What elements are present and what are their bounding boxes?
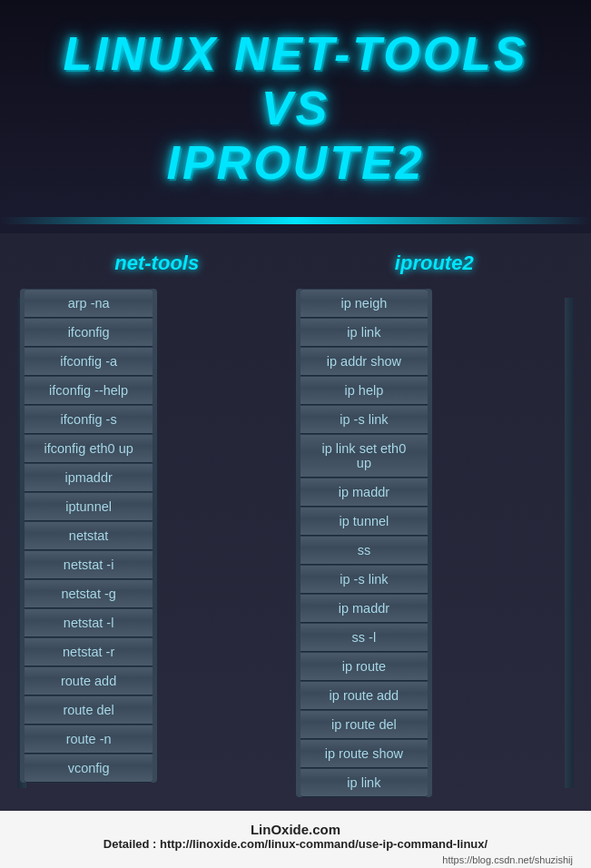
- left-cell-6: ipmaddr: [25, 463, 153, 492]
- right-cell-7: ip tunnel: [300, 507, 428, 536]
- left-cell-3: ifconfig --help: [25, 376, 153, 405]
- right-cell-8: ss: [300, 536, 428, 565]
- right-column-wrapper: ip neighip linkip addr showip helpip -s …: [300, 289, 566, 797]
- left-column: arp -naifconfigifconfig -aifconfig --hel…: [25, 289, 153, 783]
- right-cell-1: ip link: [300, 318, 428, 347]
- right-cell-5: ip link set eth0 up: [300, 434, 428, 478]
- divider-bar: [0, 217, 591, 224]
- left-cell-10: netstat -g: [25, 579, 153, 608]
- left-cell-15: route -n: [25, 725, 153, 754]
- right-cell-10: ip maddr: [300, 594, 428, 623]
- left-cell-0: arp -na: [25, 289, 153, 318]
- left-cell-4: ifconfig -s: [25, 405, 153, 434]
- left-cell-2: ifconfig -a: [25, 347, 153, 376]
- column-headers: net-tools iproute2: [18, 252, 573, 275]
- right-cell-0: ip neigh: [300, 289, 428, 318]
- left-cell-13: route add: [25, 666, 153, 695]
- footer-site: LinOxide.com: [18, 822, 573, 837]
- footer: LinOxide.com Detailed : http://linoxide.…: [0, 811, 591, 868]
- right-cell-13: ip route add: [300, 681, 428, 710]
- left-cell-1: ifconfig: [25, 318, 153, 347]
- content-section: net-tools iproute2 arp -naifconfigifconf…: [0, 233, 591, 811]
- left-column-wrapper: arp -naifconfigifconfig -aifconfig --hel…: [25, 289, 291, 797]
- left-column-header: net-tools: [32, 252, 281, 275]
- left-cell-12: netstat -r: [25, 637, 153, 666]
- right-column: ip neighip linkip addr showip helpip -s …: [300, 289, 428, 797]
- header: LINUX NET-TOOLS VS IPROUTE2: [0, 0, 591, 208]
- right-cell-9: ip -s link: [300, 565, 428, 594]
- right-cell-4: ip -s link: [300, 405, 428, 434]
- main-title: LINUX NET-TOOLS VS IPROUTE2: [18, 27, 573, 190]
- left-cell-7: iptunnel: [25, 492, 153, 521]
- right-cell-14: ip route del: [300, 710, 428, 739]
- right-cell-15: ip route show: [300, 739, 428, 768]
- right-column-header: iproute2: [310, 252, 559, 275]
- right-cell-3: ip help: [300, 376, 428, 405]
- left-cell-9: netstat -i: [25, 550, 153, 579]
- right-cell-2: ip addr show: [300, 347, 428, 376]
- footer-detail: Detailed : http://linoxide.com/linux-com…: [18, 837, 573, 851]
- right-cell-11: ss -l: [300, 623, 428, 652]
- footer-source: https://blog.csdn.net/shuzishij: [18, 854, 573, 865]
- right-cell-12: ip route: [300, 652, 428, 681]
- right-cell-6: ip maddr: [300, 478, 428, 507]
- table-container: arp -naifconfigifconfig -aifconfig --hel…: [18, 289, 573, 797]
- left-cell-16: vconfig: [25, 754, 153, 783]
- left-cell-8: netstat: [25, 521, 153, 550]
- left-cell-5: ifconfig eth0 up: [25, 434, 153, 463]
- left-cell-11: netstat -l: [25, 608, 153, 637]
- left-cell-14: route del: [25, 695, 153, 725]
- right-cell-16: ip link: [300, 768, 428, 797]
